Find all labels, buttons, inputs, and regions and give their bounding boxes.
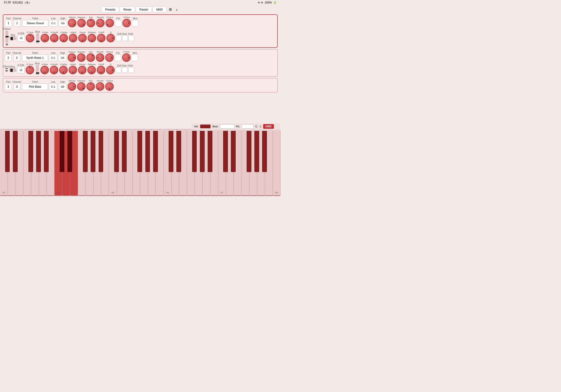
part2-volume-knob[interactable]: Volume <box>68 51 76 62</box>
part1-ftune-knob[interactable]: F.Tune <box>26 31 34 42</box>
part1-rng[interactable] <box>9 37 16 40</box>
white-key-0[interactable]: C3 <box>0 131 8 196</box>
part3-patch[interactable]: Pick Bass <box>22 83 48 90</box>
white-key-19[interactable] <box>148 131 156 196</box>
white-key-18[interactable] <box>140 131 148 196</box>
part2-number[interactable]: 2 <box>5 54 11 61</box>
part1-express-knob[interactable]: Express <box>77 16 86 27</box>
white-key-7[interactable]: C4 <box>54 131 62 196</box>
part1-q-knob[interactable]: Q <box>107 31 115 42</box>
part2-ptime-knob[interactable]: P.Time <box>122 51 131 62</box>
part2-low[interactable]: C-1 <box>49 54 57 61</box>
white-key-20[interactable] <box>156 131 163 196</box>
part2-attack-knob[interactable]: Attack <box>69 63 77 74</box>
part1-sost[interactable] <box>122 35 128 41</box>
part1-vdelay-knob[interactable]: V.Delay <box>59 31 68 42</box>
part2-hold[interactable] <box>128 67 134 73</box>
white-key-6[interactable] <box>47 131 54 196</box>
part1-number[interactable]: 1 <box>5 20 12 27</box>
white-key-3[interactable] <box>23 131 31 196</box>
white-key-23[interactable] <box>179 131 187 196</box>
piano-keyboard[interactable]: C3C4C5C6C7C8 <box>0 131 280 196</box>
part3-high[interactable]: G9 <box>58 83 67 90</box>
kbd-button[interactable]: KBD <box>263 124 274 129</box>
white-key-27[interactable] <box>210 131 218 196</box>
part1-cutoff-knob[interactable]: Cutoff <box>97 31 106 42</box>
part2-vrate-knob[interactable]: V.Rate <box>40 63 49 74</box>
white-key-31[interactable] <box>241 131 249 196</box>
white-key-1[interactable] <box>8 131 15 196</box>
part3-low[interactable]: C-1 <box>49 83 57 90</box>
white-key-12[interactable] <box>94 131 101 196</box>
part1-pan-knob[interactable]: Pan <box>87 16 95 27</box>
part1-decay-knob[interactable]: Decay <box>78 31 87 42</box>
part3-channel[interactable]: 3 <box>14 83 20 90</box>
part2-decay-knob[interactable]: Decay <box>78 63 86 74</box>
white-key-29[interactable] <box>226 131 234 196</box>
part1-attack-knob[interactable]: Attack <box>69 31 77 42</box>
part2-release-knob[interactable]: Release <box>87 63 96 74</box>
part1-release-knob[interactable]: Release <box>88 31 96 42</box>
part2-reverb-knob[interactable]: Reverb <box>96 51 104 62</box>
part2-vdelay-knob[interactable]: V.Delay <box>59 63 68 74</box>
part1-low[interactable]: C-1 <box>49 20 58 27</box>
midi-button[interactable]: MIDI <box>153 7 166 12</box>
white-key-8[interactable] <box>62 131 70 196</box>
part2-high[interactable]: G9 <box>58 54 67 61</box>
white-key-11[interactable] <box>86 131 94 196</box>
part2-mod[interactable] <box>36 65 39 75</box>
white-key-14[interactable]: C5 <box>109 131 117 196</box>
part3-pan-knob[interactable]: Pan <box>86 80 95 91</box>
part1-m-button[interactable]: M <box>6 43 8 46</box>
reset-button[interactable]: Reset <box>120 7 135 12</box>
part2-vdepth-knob[interactable]: V.Depth <box>50 63 58 74</box>
part1-por[interactable] <box>115 20 121 27</box>
part1-soft[interactable] <box>116 35 121 41</box>
white-key-32[interactable] <box>249 131 257 196</box>
white-key-15[interactable] <box>117 131 125 196</box>
part1-volume-knob[interactable]: Volume <box>68 16 76 27</box>
white-key-9[interactable] <box>70 131 78 196</box>
part1-reverb-knob[interactable]: Reverb <box>96 16 105 27</box>
part1-kshift[interactable]: ±0 <box>17 35 25 42</box>
part1-pbend[interactable] <box>5 31 8 43</box>
part1-ptime-knob[interactable]: P.Time <box>122 16 131 27</box>
white-key-30[interactable] <box>234 131 241 196</box>
part3-chorus-knob[interactable]: Chorus <box>105 80 114 91</box>
part2-ftune-knob[interactable]: F.Tune <box>26 63 34 74</box>
white-key-2[interactable] <box>15 131 23 196</box>
part1-hold[interactable] <box>129 35 134 41</box>
white-key-17[interactable] <box>132 131 140 196</box>
part3-volume-knob[interactable]: Volume <box>68 80 76 91</box>
white-key-35[interactable]: C8 <box>273 131 280 196</box>
part2-express-knob[interactable]: Express <box>77 51 86 62</box>
white-key-26[interactable] <box>203 131 210 196</box>
part2-rng[interactable] <box>9 68 16 72</box>
part2-q-knob[interactable]: Q <box>106 63 115 74</box>
settings-icon[interactable]: ⚙ <box>167 7 173 12</box>
part2-mno[interactable] <box>131 54 138 61</box>
part1-mod[interactable] <box>36 33 39 43</box>
white-key-16[interactable] <box>125 131 132 196</box>
note-icon[interactable]: ♪ <box>174 7 179 12</box>
part2-m-button[interactable]: M <box>5 69 8 72</box>
part3-reverb-knob[interactable]: Reverb <box>96 80 104 91</box>
white-key-28[interactable]: C7 <box>218 131 226 196</box>
param-button[interactable]: Param <box>136 7 152 12</box>
part1-vrate-knob[interactable]: V.Rate <box>41 31 49 42</box>
part2-sost[interactable] <box>122 67 128 73</box>
part1-channel[interactable]: 1 <box>14 20 21 27</box>
part2-cutoff-knob[interactable]: Cutoff <box>97 63 105 74</box>
white-key-4[interactable] <box>31 131 39 196</box>
part2-patch[interactable]: Synth Brass 1 <box>22 54 48 61</box>
part3-express-knob[interactable]: Express <box>77 80 86 91</box>
part2-chorus-knob[interactable]: Chorus <box>105 51 114 62</box>
white-key-25[interactable] <box>195 131 203 196</box>
white-key-22[interactable] <box>172 131 179 196</box>
part2-soft[interactable] <box>116 67 121 73</box>
white-key-21[interactable]: C6 <box>164 131 172 196</box>
white-key-13[interactable] <box>101 131 109 196</box>
white-key-10[interactable] <box>78 131 86 196</box>
part2-channel[interactable]: 2 <box>14 54 20 61</box>
part1-chorus-knob[interactable]: Chorus <box>106 16 114 27</box>
